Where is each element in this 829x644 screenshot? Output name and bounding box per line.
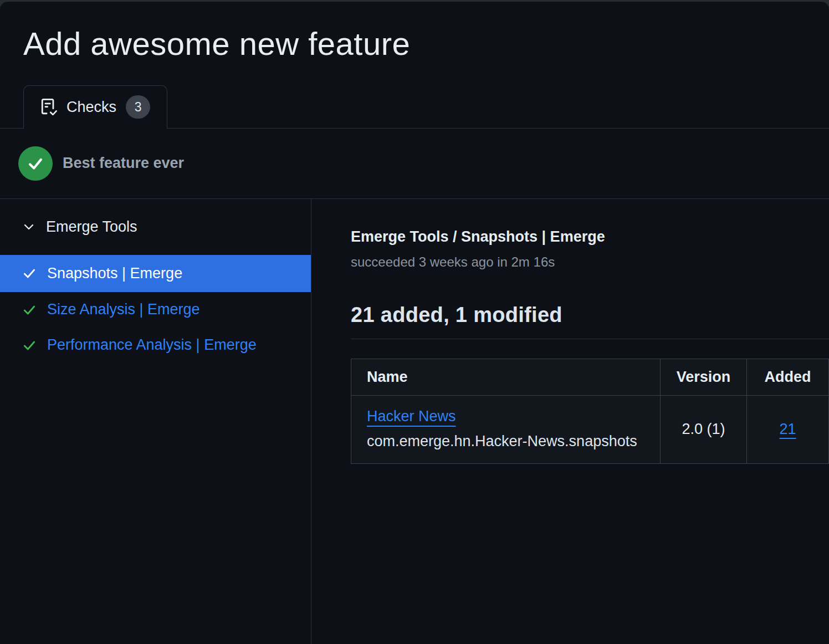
sidebar-item-size-analysis[interactable]: Size Analysis | Emerge [0,292,311,328]
page-title: Add awesome new feature [23,26,829,62]
sidebar-group-label: Emerge Tools [46,218,137,236]
pull-request-panel: Add awesome new feature Checks 3 Best fe… [0,2,829,644]
snapshots-diff-table: Name Version Added Hacker News com.emerg… [351,359,829,464]
diff-summary-heading: 21 added, 1 modified [351,303,829,327]
sidebar-item-performance-analysis[interactable]: Performance Analysis | Emerge [0,328,311,363]
run-subtitle: succeeded 3 weeks ago in 2m 16s [351,254,829,270]
sidebar-item-label: Size Analysis | Emerge [47,301,200,318]
added-count-link[interactable]: 21 [779,421,796,437]
content-area: Emerge Tools Snapshots | Emerge Size Ana… [0,199,829,644]
check-icon [22,303,37,317]
app-bundle-path: com.emerge.hn.Hacker-News.snapshots [367,433,644,450]
summary-divider [351,339,829,339]
tab-bar: Checks 3 [0,85,829,129]
check-icon [22,266,37,280]
chevron-down-icon [22,220,35,233]
tab-checks[interactable]: Checks 3 [23,85,167,129]
sidebar-item-snapshots[interactable]: Snapshots | Emerge [0,255,311,292]
checks-sidebar: Emerge Tools Snapshots | Emerge Size Ana… [0,199,311,644]
run-title: Emerge Tools / Snapshots | Emerge [351,228,829,246]
app-version-cell: 2.0 (1) [661,395,747,463]
sidebar-item-label: Snapshots | Emerge [47,265,182,282]
table-header-row: Name Version Added [351,359,829,395]
app-name-link[interactable]: Hacker News [367,408,456,425]
column-header-version: Version [661,359,747,395]
app-name-cell: Hacker News com.emerge.hn.Hacker-News.sn… [351,395,661,463]
success-check-icon [18,146,53,181]
tab-checks-label: Checks [66,99,116,116]
sidebar-group-emerge-tools[interactable]: Emerge Tools [0,199,311,255]
checklist-icon [40,99,57,115]
app-added-cell: 21 [747,395,829,463]
check-status-row: Best feature ever [0,129,829,199]
check-run-detail: Emerge Tools / Snapshots | Emerge succee… [311,199,829,644]
tab-checks-count-badge: 3 [126,95,150,119]
table-row: Hacker News com.emerge.hn.Hacker-News.sn… [351,395,829,463]
column-header-name: Name [351,359,661,395]
sidebar-item-label: Performance Analysis | Emerge [47,336,257,354]
page-header: Add awesome new feature [0,2,829,62]
status-label: Best feature ever [63,155,184,172]
column-header-added: Added [747,359,829,395]
check-icon [22,338,37,352]
